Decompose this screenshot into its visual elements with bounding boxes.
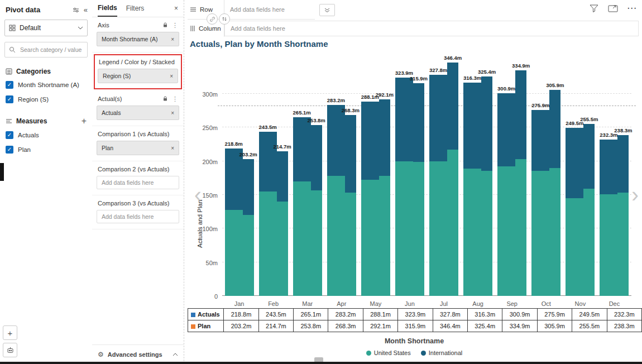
- search-box[interactable]: [4, 42, 88, 58]
- table-cell: 218.8m: [224, 309, 258, 320]
- segment-international: [447, 63, 458, 150]
- pin-icon[interactable]: [73, 7, 79, 13]
- remove-field-icon[interactable]: ×: [171, 36, 174, 42]
- copilot-button[interactable]: [3, 343, 17, 357]
- field-chip[interactable]: Region (S)×: [98, 69, 178, 83]
- table-row-name: Plan: [198, 323, 210, 329]
- bar-plan[interactable]: [549, 90, 560, 296]
- fields-sections: Axis⋮Month Shortname (A)×Legend / Color …: [92, 17, 184, 229]
- tab-fields[interactable]: Fields: [98, 0, 117, 17]
- kebab-menu-icon[interactable]: ⋮: [172, 22, 178, 28]
- lock-icon: [162, 96, 168, 102]
- bar-actuals[interactable]: [600, 140, 617, 296]
- x-tick-label: Apr: [337, 300, 346, 307]
- segment-international: [481, 76, 492, 170]
- remove-field-icon[interactable]: ×: [171, 110, 174, 116]
- tab-filters[interactable]: Filters: [126, 0, 145, 17]
- scroll-left-icon[interactable]: ‹: [194, 184, 202, 205]
- bar-actuals[interactable]: [225, 149, 243, 296]
- segment-international: [515, 70, 526, 159]
- segment-united-states: [481, 171, 492, 296]
- bar-actuals[interactable]: [293, 117, 311, 296]
- chevron-up-icon[interactable]: [173, 353, 178, 356]
- kebab-menu-icon[interactable]: ⋮: [172, 96, 178, 102]
- measure-item[interactable]: ✓Plan: [0, 142, 92, 157]
- categories-header: Categories: [6, 68, 87, 75]
- checkbox[interactable]: ✓: [6, 81, 13, 89]
- bar-actuals[interactable]: [429, 75, 447, 296]
- field-chip[interactable]: Plan×: [97, 141, 179, 155]
- bar-actuals[interactable]: [361, 102, 379, 296]
- field-chip[interactable]: Month Shortname (A)×: [97, 32, 179, 46]
- checkbox[interactable]: ✓: [6, 95, 13, 103]
- bar-plan[interactable]: [583, 124, 595, 296]
- collapse-panel-icon[interactable]: «: [84, 6, 88, 14]
- field-chip-label: Actuals: [102, 109, 171, 116]
- series-marker: [191, 313, 195, 317]
- preset-dropdown[interactable]: Default: [4, 20, 88, 36]
- checkbox[interactable]: ✓: [6, 131, 13, 139]
- table-cell: 346.4m: [433, 320, 467, 332]
- bar-actuals[interactable]: [531, 110, 549, 296]
- bar-plan[interactable]: [481, 76, 492, 296]
- checkbox[interactable]: ✓: [6, 146, 13, 154]
- bar-actuals[interactable]: [566, 128, 583, 296]
- bar-plan[interactable]: [413, 83, 424, 296]
- bar-value-label: 292.1m: [376, 92, 394, 98]
- bar-plan[interactable]: [617, 135, 629, 296]
- bar-actuals[interactable]: [497, 93, 515, 296]
- x-tick-label: May: [370, 300, 381, 307]
- table-cell: 232.3m: [607, 309, 641, 320]
- row-label-text: Row: [200, 6, 213, 13]
- measure-label: Plan: [18, 146, 31, 153]
- add-button[interactable]: +: [3, 325, 17, 340]
- bar-actuals[interactable]: [327, 105, 345, 296]
- measure-item[interactable]: ✓Actuals: [0, 128, 92, 142]
- chevron-down-icon: [78, 26, 83, 30]
- segment-united-states: [361, 180, 379, 296]
- field-chip[interactable]: Actuals×: [97, 106, 179, 120]
- search-input[interactable]: [19, 46, 83, 54]
- bar-plan[interactable]: [311, 125, 322, 296]
- bar-plan[interactable]: [515, 70, 526, 296]
- filter-icon[interactable]: [589, 4, 599, 13]
- bar-actuals[interactable]: [395, 78, 413, 296]
- scroll-right-icon[interactable]: ›: [631, 184, 639, 205]
- y-tick-label: 250m: [193, 124, 218, 131]
- field-section-label: Comparison 3 (vs Actuals): [98, 200, 178, 207]
- field-section-header: Comparison 3 (vs Actuals): [98, 200, 178, 207]
- bar-plan[interactable]: [379, 99, 390, 296]
- bar-actuals[interactable]: [259, 132, 277, 296]
- field-dropzone[interactable]: Add data fields here: [97, 210, 179, 223]
- column-dropzone[interactable]: Add data fields here: [224, 21, 639, 36]
- bar-plan[interactable]: [447, 63, 458, 296]
- remove-field-icon[interactable]: ×: [170, 73, 173, 79]
- chart-title: Actuals, Plan by Month Shortname: [190, 39, 328, 49]
- field-dropzone[interactable]: Add data fields here: [97, 176, 179, 189]
- field-section-header: Actual(s)⋮: [98, 95, 178, 102]
- bar-plan[interactable]: [243, 159, 254, 296]
- table-cell: 316.3m: [468, 309, 502, 320]
- segment-international: [429, 75, 447, 161]
- link-fields-button[interactable]: [207, 13, 218, 25]
- edge-handle[interactable]: [0, 163, 4, 181]
- row-dropzone[interactable]: Add data fields here: [224, 6, 315, 13]
- advanced-settings-label[interactable]: Advanced settings: [108, 351, 169, 358]
- legend-item[interactable]: United States: [366, 349, 411, 356]
- more-options-icon[interactable]: ⋯: [627, 3, 636, 13]
- sort-button[interactable]: [219, 13, 230, 25]
- bar-value-label: 218.8m: [224, 141, 242, 147]
- bar-actuals[interactable]: [463, 83, 481, 296]
- focus-mode-icon[interactable]: [608, 4, 618, 12]
- bar-plan[interactable]: [345, 115, 356, 296]
- category-item[interactable]: ✓Month Shortname (A): [0, 78, 92, 92]
- add-measure-button[interactable]: +: [82, 117, 87, 126]
- close-icon[interactable]: ×: [174, 4, 178, 12]
- category-item[interactable]: ✓Region (S): [0, 92, 92, 107]
- remove-field-icon[interactable]: ×: [171, 145, 174, 151]
- expand-wells-button[interactable]: [319, 4, 335, 16]
- bar-plan[interactable]: [277, 151, 288, 296]
- chart-legend: United StatesInternational: [188, 349, 641, 356]
- legend-item[interactable]: International: [421, 349, 463, 356]
- segment-international: [259, 132, 277, 191]
